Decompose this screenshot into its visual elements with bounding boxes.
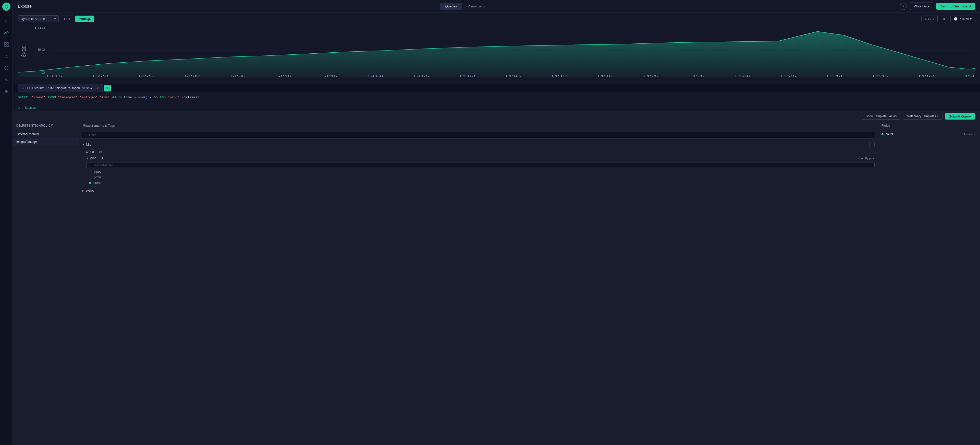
help-button[interactable]: ?: [900, 3, 907, 10]
measurements-filter-wrap: ⌕: [79, 130, 878, 140]
proc-values-section: ⌕ pippo prova stress: [79, 162, 878, 187]
svg-text:14:10: 14:10: [550, 75, 567, 77]
fields-title: Fields: [881, 124, 891, 128]
query-tab-label: SELECT "count" FROM "telegraf"."autogen"…: [21, 86, 95, 90]
send-dashboard-button[interactable]: Send to Dashboard: [936, 3, 975, 10]
query-tab-0[interactable]: SELECT "count" FROM "telegraf"."autogen"…: [18, 84, 103, 92]
query-status: ✓ ✓ Success!: [13, 105, 980, 111]
metaquery-label: Metaquery Templates: [907, 115, 936, 118]
svg-text:13:25: 13:25: [138, 75, 154, 77]
time-range-button[interactable]: 🕐 Past 6h ▾: [950, 16, 975, 22]
measurement-row-syslog[interactable]: ▶ syslog: [79, 187, 878, 194]
checkbox-pippo[interactable]: [89, 170, 92, 173]
tab-visualization[interactable]: Visualization: [463, 3, 491, 10]
measurement-group-syslog: ▶ syslog: [79, 187, 878, 195]
tag-row-pid[interactable]: ▶ pid — 15: [79, 149, 878, 155]
main-content: Explore Queries Visualization ? Write Da…: [13, 0, 980, 445]
svg-rect-0: [4, 42, 6, 44]
sidebar-icon-settings[interactable]: ⚙: [3, 88, 10, 95]
proc-filter-input[interactable]: [86, 162, 875, 168]
chevron-right-icon: ▶: [86, 151, 88, 153]
svg-text:14:15: 14:15: [597, 75, 613, 77]
topbar: Explore Queries Visualization ? Write Da…: [13, 0, 980, 13]
view-tabs: Queries Visualization: [440, 3, 491, 10]
clock-icon: 🕐: [954, 17, 958, 21]
field-name-count: count: [886, 132, 893, 136]
topbar-right: ? Write Data Send to Dashboard: [900, 3, 975, 10]
measurement-group-k8s: ▼ k8s = ▶ pid — 15 ▼ proc — 3: [79, 140, 878, 187]
submit-query-button[interactable]: Submit Query: [945, 113, 975, 120]
sidebar-icon-home[interactable]: ○: [3, 18, 10, 24]
svg-text:13:15: 13:15: [46, 75, 62, 77]
chart-visualization: 100 50 0 k8s.count 13:15 13:20 13:25 13:…: [18, 24, 975, 80]
fields-panel: Fields count 0 Functions: [878, 121, 980, 445]
sidebar-icon-explore[interactable]: [3, 29, 10, 36]
sidebar-icon-alerts[interactable]: △: [3, 53, 10, 60]
svg-text:14:50: 14:50: [918, 75, 934, 77]
close-icon[interactable]: ✕: [97, 86, 99, 90]
svg-text:0: 0: [41, 71, 45, 74]
svg-marker-5: [18, 32, 975, 77]
measurement-name-syslog: syslog: [86, 189, 94, 192]
sidebar-icon-tasks[interactable]: [3, 64, 10, 72]
download-icon: ⬇: [924, 17, 927, 21]
app-logo[interactable]: ⬡: [2, 3, 11, 11]
measurement-equals-button[interactable]: =: [870, 142, 875, 147]
chevron-down-icon: ▼: [82, 143, 85, 146]
measurements-filter-input[interactable]: [82, 132, 875, 139]
chart-left-controls: Dynamic Source ▾ Flux InfluxQL: [18, 15, 94, 22]
tag-value-prova[interactable]: prova: [79, 174, 878, 180]
chart-svg: 100 50 0 k8s.count 13:15 13:20 13:25 13:…: [18, 24, 975, 77]
svg-text:14:25: 14:25: [688, 75, 704, 77]
svg-text:14:00: 14:00: [458, 75, 475, 77]
tab-queries[interactable]: Queries: [440, 3, 462, 10]
sidebar-icon-dashboards[interactable]: [3, 41, 10, 48]
source-dropdown[interactable]: Dynamic Source ▾: [18, 15, 59, 22]
csv-button[interactable]: ⬇ CSV: [921, 16, 938, 22]
tag-name-pid: pid — 15: [90, 150, 102, 154]
svg-text:14:20: 14:20: [642, 75, 659, 77]
svg-rect-1: [6, 42, 8, 44]
tag-value-stress[interactable]: stress: [79, 180, 878, 186]
measurements-title: Measurements & Tags: [83, 124, 115, 128]
tag-name-proc: proc — 3: [90, 156, 103, 160]
measurement-row-k8s[interactable]: ▼ k8s =: [79, 140, 878, 149]
svg-text:13:35: 13:35: [229, 75, 245, 77]
metaquery-button[interactable]: Metaquery Templates ▾: [903, 113, 942, 120]
chevron-down-icon: ▾: [54, 17, 56, 21]
svg-text:13:55: 13:55: [413, 75, 429, 77]
tag-value-pippo[interactable]: pippo: [79, 169, 878, 174]
flux-button[interactable]: Flux: [61, 16, 73, 22]
search-icon: ⌕: [88, 164, 89, 167]
pause-button[interactable]: ⏸: [940, 16, 948, 22]
schema-panels: DB.RetentionPolicy _internal.monitor tel…: [13, 121, 980, 445]
show-template-button[interactable]: Show Template Values: [862, 113, 900, 120]
query-editor[interactable]: SELECT "count" FROM "telegraf"."autogen"…: [13, 92, 980, 105]
chart-controls: Dynamic Source ▾ Flux InfluxQL ⬇ CSV ⏸ 🕐…: [18, 15, 975, 22]
measurements-panel: Measurements & Tags ⌕ ▼ k8s =: [79, 121, 878, 445]
query-tabs: SELECT "count" FROM "telegraf"."autogen"…: [13, 84, 980, 92]
db-panel-header: DB.RetentionPolicy: [13, 121, 79, 130]
add-query-button[interactable]: +: [104, 85, 111, 91]
tag-value-label-prova: prova: [94, 175, 102, 179]
page-title: Explore: [18, 4, 32, 9]
svg-text:13:30: 13:30: [183, 75, 200, 77]
measurement-name: k8s: [86, 143, 91, 147]
db-item-0[interactable]: _internal.monitor: [13, 130, 79, 138]
search-icon: ⌕: [84, 134, 86, 137]
svg-rect-3: [6, 45, 8, 46]
checkbox-prova[interactable]: [89, 176, 92, 179]
query-text: SELECT "count" FROM "telegraf"."autogen"…: [18, 95, 200, 99]
db-item-1[interactable]: telegraf.autogen: [13, 138, 79, 146]
influxql-button[interactable]: InfluxQL: [75, 16, 94, 22]
svg-text:k8s.count: k8s.count: [20, 46, 27, 57]
sidebar-icon-scripts[interactable]: ✎: [3, 76, 10, 83]
svg-text:13:20: 13:20: [92, 75, 108, 77]
chevron-down-icon: ▾: [937, 115, 939, 118]
svg-text:13:50: 13:50: [367, 75, 383, 77]
tag-row-proc[interactable]: ▼ proc — 3 Group By proc: [79, 155, 878, 161]
write-data-button[interactable]: Write Data: [910, 3, 933, 10]
sidebar: ⬡ ○ △ ✎ ⚙: [0, 0, 13, 445]
svg-text:100: 100: [33, 26, 45, 29]
db-panel: DB.RetentionPolicy _internal.monitor tel…: [13, 121, 79, 445]
